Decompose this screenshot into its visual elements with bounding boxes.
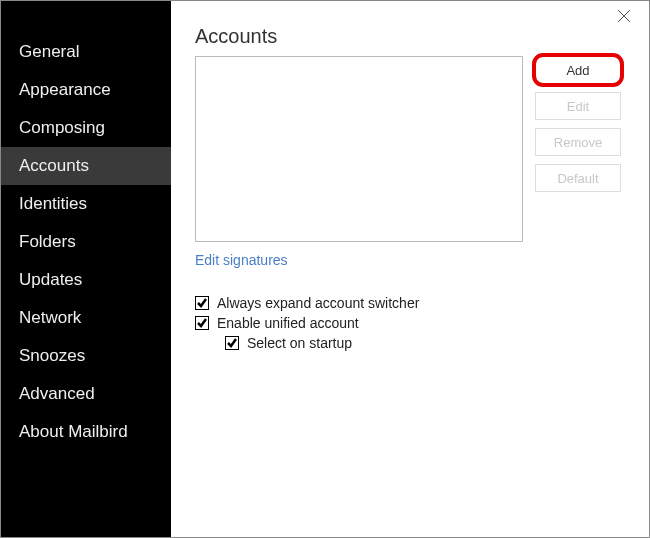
main-panel: Accounts Add Edit Remove Default Edit si… <box>171 1 649 537</box>
sidebar-item-label: Appearance <box>19 80 111 99</box>
sidebar-item-network[interactable]: Network <box>1 299 171 337</box>
sidebar-item-general[interactable]: General <box>1 33 171 71</box>
settings-sidebar: General Appearance Composing Accounts Id… <box>1 1 171 537</box>
checkbox-icon <box>195 316 209 330</box>
sidebar-item-label: General <box>19 42 79 61</box>
option-label: Always expand account switcher <box>217 295 419 311</box>
sidebar-item-label: Composing <box>19 118 105 137</box>
sidebar-item-composing[interactable]: Composing <box>1 109 171 147</box>
sidebar-item-identities[interactable]: Identities <box>1 185 171 223</box>
account-options: Always expand account switcher Enable un… <box>195 295 621 351</box>
sidebar-item-label: Updates <box>19 270 82 289</box>
option-always-expand[interactable]: Always expand account switcher <box>195 295 621 311</box>
sidebar-item-label: Identities <box>19 194 87 213</box>
checkbox-icon <box>195 296 209 310</box>
sidebar-item-label: Folders <box>19 232 76 251</box>
page-title: Accounts <box>195 25 621 48</box>
close-button[interactable] <box>617 9 635 27</box>
sidebar-item-label: Advanced <box>19 384 95 403</box>
account-action-buttons: Add Edit Remove Default <box>535 56 621 242</box>
sidebar-item-appearance[interactable]: Appearance <box>1 71 171 109</box>
sidebar-item-updates[interactable]: Updates <box>1 261 171 299</box>
sidebar-item-snoozes[interactable]: Snoozes <box>1 337 171 375</box>
sidebar-item-label: Network <box>19 308 81 327</box>
checkbox-icon <box>225 336 239 350</box>
sidebar-item-folders[interactable]: Folders <box>1 223 171 261</box>
edit-button[interactable]: Edit <box>535 92 621 120</box>
accounts-listbox[interactable] <box>195 56 523 242</box>
close-icon <box>617 9 631 23</box>
sidebar-item-advanced[interactable]: Advanced <box>1 375 171 413</box>
default-button[interactable]: Default <box>535 164 621 192</box>
option-label: Select on startup <box>247 335 352 351</box>
sidebar-item-about-mailbird[interactable]: About Mailbird <box>1 413 171 451</box>
sidebar-item-accounts[interactable]: Accounts <box>1 147 171 185</box>
option-enable-unified[interactable]: Enable unified account <box>195 315 621 331</box>
sidebar-item-label: About Mailbird <box>19 422 128 441</box>
option-select-on-startup[interactable]: Select on startup <box>225 335 621 351</box>
sidebar-item-label: Snoozes <box>19 346 85 365</box>
option-label: Enable unified account <box>217 315 359 331</box>
add-button[interactable]: Add <box>535 56 621 84</box>
remove-button[interactable]: Remove <box>535 128 621 156</box>
edit-signatures-link[interactable]: Edit signatures <box>195 252 288 268</box>
sidebar-item-label: Accounts <box>19 156 89 175</box>
